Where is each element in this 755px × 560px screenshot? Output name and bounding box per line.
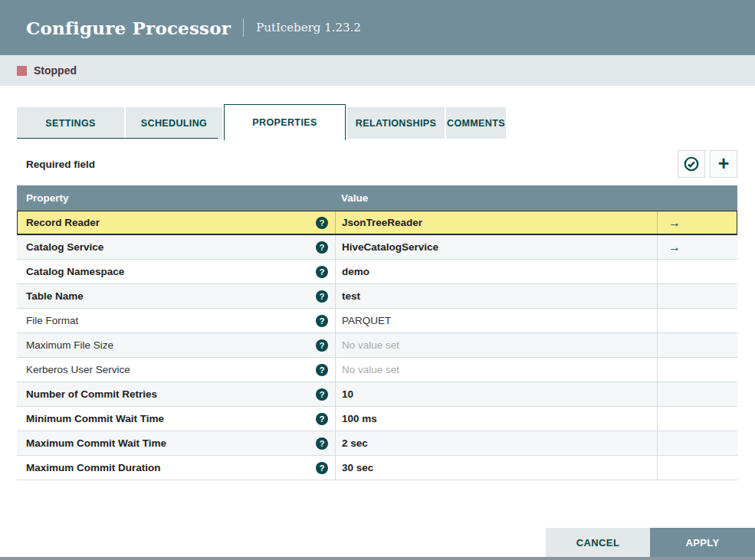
goto-arrow-icon[interactable]: → — [668, 216, 681, 230]
table-header-row: Property Value — [17, 185, 737, 211]
property-value-cell[interactable]: 10 — [335, 382, 657, 406]
goto-service-cell — [657, 309, 737, 332]
dialog-bottom-edge — [0, 557, 755, 560]
help-icon[interactable]: ? — [316, 339, 328, 352]
property-value-cell[interactable]: No value set — [335, 333, 657, 357]
property-value: No value set — [342, 364, 399, 375]
property-name-cell: File Format? — [17, 309, 335, 332]
property-value: PARQUET — [342, 315, 391, 326]
property-row[interactable]: Maximum Commit Wait Time?2 sec — [17, 431, 737, 456]
property-name-cell: Minimum Commit Wait Time? — [17, 407, 335, 431]
help-icon[interactable]: ? — [316, 462, 328, 474]
help-icon[interactable]: ? — [316, 217, 328, 229]
tab-scheduling[interactable]: SCHEDULING — [126, 107, 222, 139]
property-name-cell: Catalog Namespace? — [17, 260, 335, 283]
property-value-cell[interactable]: 2 sec — [335, 431, 657, 455]
goto-service-cell — [657, 407, 737, 431]
property-value: JsonTreeReader — [342, 217, 422, 228]
property-value-cell[interactable]: test — [335, 284, 657, 308]
property-row[interactable]: Table Name?test — [17, 284, 737, 309]
goto-service-cell — [657, 431, 737, 455]
dialog-footer: CANCEL APPLY — [546, 528, 755, 557]
help-icon[interactable]: ? — [316, 413, 328, 425]
property-name-cell: Record Reader? — [17, 211, 335, 234]
add-property-button[interactable]: + — [710, 150, 737, 178]
help-icon[interactable]: ? — [316, 364, 328, 376]
property-row[interactable]: File Format?PARQUET — [17, 309, 737, 333]
property-row[interactable]: Record Reader?JsonTreeReader→ — [17, 211, 737, 235]
processor-type-version: PutIceberg 1.23.2 — [256, 21, 361, 34]
apply-button[interactable]: APPLY — [650, 528, 755, 557]
property-row[interactable]: Maximum Commit Duration?30 sec — [17, 456, 737, 480]
property-row[interactable]: Maximum File Size?No value set — [17, 333, 737, 358]
required-field-label: Required field — [26, 159, 95, 170]
property-column-header: Property — [17, 192, 335, 204]
property-value: test — [342, 290, 360, 302]
property-name-cell: Maximum Commit Duration? — [17, 456, 335, 480]
property-row[interactable]: Catalog Service?HiveCatalogService→ — [17, 235, 737, 260]
status-label: Stopped — [34, 64, 77, 77]
help-icon[interactable]: ? — [316, 290, 328, 303]
property-name-cell: Table Name? — [17, 284, 335, 308]
toolbar-buttons: + — [678, 150, 737, 178]
property-name: Maximum Commit Duration — [26, 462, 161, 473]
configure-processor-dialog: Configure Processor PutIceberg 1.23.2 St… — [0, 0, 755, 560]
property-value-cell[interactable]: PARQUET — [335, 309, 657, 332]
property-row[interactable]: Kerberos User Service?No value set — [17, 358, 737, 382]
help-icon[interactable]: ? — [316, 266, 328, 278]
help-icon[interactable]: ? — [316, 315, 328, 327]
property-name-cell: Catalog Service? — [17, 235, 335, 259]
property-value-cell[interactable]: 30 sec — [335, 456, 657, 480]
help-icon[interactable]: ? — [316, 437, 328, 450]
tab-comments[interactable]: COMMENTS — [446, 107, 506, 139]
property-name: Maximum File Size — [26, 339, 113, 351]
goto-service-cell — [657, 260, 737, 283]
tab-relationships[interactable]: RELATIONSHIPS — [347, 107, 445, 139]
property-name: Maximum Commit Wait Time — [26, 437, 166, 449]
property-value-cell[interactable]: HiveCatalogService — [335, 235, 657, 259]
goto-service-cell: → — [657, 211, 737, 234]
property-name-cell: Maximum File Size? — [17, 333, 335, 357]
property-name-cell: Maximum Commit Wait Time? — [17, 431, 335, 455]
property-value-cell[interactable]: No value set — [335, 358, 657, 382]
plus-icon: + — [718, 154, 730, 173]
property-row[interactable]: Catalog Namespace?demo — [17, 260, 737, 284]
tab-properties[interactable]: PROPERTIES — [224, 104, 346, 140]
help-icon[interactable]: ? — [316, 388, 328, 401]
tab-underline — [17, 138, 218, 139]
property-value: No value set — [342, 339, 399, 351]
property-name: Table Name — [26, 290, 84, 302]
property-value: demo — [342, 266, 369, 277]
property-name: Number of Commit Retries — [26, 388, 157, 400]
goto-service-cell — [657, 333, 737, 357]
cancel-button[interactable]: CANCEL — [546, 528, 650, 557]
property-value: 30 sec — [342, 462, 373, 473]
verify-properties-button[interactable] — [678, 150, 705, 178]
property-row[interactable]: Number of Commit Retries?10 — [17, 382, 737, 407]
property-name-cell: Number of Commit Retries? — [17, 382, 335, 406]
property-value: 2 sec — [342, 437, 368, 449]
property-value-cell[interactable]: 100 ms — [335, 407, 657, 431]
property-value-cell[interactable]: demo — [335, 260, 657, 283]
property-row[interactable]: Minimum Commit Wait Time?100 ms — [17, 407, 737, 431]
goto-service-cell — [657, 382, 737, 406]
goto-service-cell — [657, 456, 737, 480]
goto-service-cell — [657, 358, 737, 382]
tab-strip: SETTINGSSCHEDULINGPROPERTIESRELATIONSHIP… — [0, 104, 755, 140]
help-icon[interactable]: ? — [316, 241, 328, 254]
check-circle-icon — [683, 156, 700, 172]
property-name: File Format — [26, 315, 78, 326]
property-value: HiveCatalogService — [342, 241, 438, 253]
goto-arrow-icon[interactable]: → — [668, 241, 681, 254]
property-value-cell[interactable]: JsonTreeReader — [335, 211, 657, 234]
tab-settings[interactable]: SETTINGS — [17, 107, 124, 139]
title-separator — [243, 18, 244, 37]
properties-table: Property Value Record Reader?JsonTreeRea… — [17, 185, 737, 480]
goto-service-cell — [657, 284, 737, 308]
table-body: Record Reader?JsonTreeReader→Catalog Ser… — [17, 211, 737, 480]
property-name-cell: Kerberos User Service? — [17, 358, 335, 382]
property-name: Catalog Service — [26, 241, 103, 253]
dialog-title: Configure Processor — [26, 18, 231, 38]
property-name: Catalog Namespace — [26, 266, 124, 277]
property-name: Minimum Commit Wait Time — [26, 413, 164, 424]
